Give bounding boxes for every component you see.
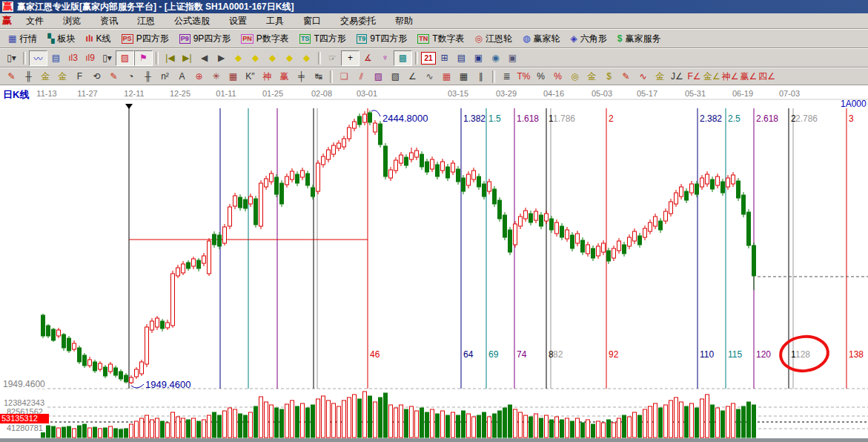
price-ladder-tool[interactable]: ≣	[498, 70, 515, 84]
winner-wheel-button[interactable]: ◍赢家轮	[517, 31, 565, 46]
dial-tool[interactable]: ◔	[122, 70, 139, 84]
gold-grid-tool[interactable]: 金	[37, 70, 54, 84]
f-grid-tool[interactable]: F	[71, 70, 88, 84]
pen-tool[interactable]: ✎	[3, 70, 20, 84]
apex-tool[interactable]: A	[173, 70, 191, 84]
menu-logo-icon: 赢	[0, 14, 16, 27]
bars9-button[interactable]: ıl9	[82, 51, 99, 65]
f-angle-tool[interactable]: F∠	[686, 70, 703, 84]
parallel-tool[interactable]: ∥	[472, 70, 489, 84]
save-button[interactable]: ▣	[470, 51, 487, 65]
bars3-button[interactable]: ıl3	[64, 51, 82, 65]
t-percent-tool[interactable]: T%	[515, 70, 532, 84]
prev-button[interactable]: ◀	[196, 51, 213, 65]
star-tool[interactable]: ✳	[208, 70, 225, 84]
menu-item-2[interactable]: 浏览	[53, 15, 90, 27]
menu-item-6[interactable]: 设置	[219, 15, 256, 27]
menu-item-5[interactable]: 公式选股	[165, 15, 219, 27]
menu-item-1[interactable]: 文件	[16, 15, 53, 27]
ying-tool[interactable]: 赢	[276, 70, 293, 84]
gann-wheel-button[interactable]: ◎江恩轮	[470, 31, 517, 46]
9t-square-button[interactable]: T99T四方形	[351, 31, 413, 46]
shen-angle-tool[interactable]: 神∠	[721, 70, 740, 84]
crosshair-tool[interactable]: +	[341, 50, 360, 66]
kline-chart[interactable]: 11-1311-2712-1112-2501-1101-2502-0803-01…	[0, 85, 868, 438]
k-note-tool[interactable]: K″	[242, 70, 259, 84]
next-button[interactable]: ▶	[213, 51, 230, 65]
compress-button[interactable]: ◆	[281, 51, 298, 65]
gold-angle-tool[interactable]: 金∠	[703, 70, 721, 84]
si-angle-tool[interactable]: 四∠	[758, 70, 776, 84]
grid2-tool[interactable]: ╫	[139, 70, 156, 84]
shen-tool[interactable]: 神	[259, 70, 276, 84]
candle-style-button[interactable]: ▯▾	[99, 51, 116, 65]
9p-square-button[interactable]: P99P四方形	[174, 31, 236, 46]
gold-circle-tool[interactable]: ◎	[566, 70, 583, 84]
fan-tool[interactable]: ⫽	[353, 70, 370, 84]
j-angle-tool[interactable]: J∠	[669, 70, 686, 84]
sectors-button[interactable]: ▚板块	[42, 31, 80, 46]
market-quotes-button[interactable]: ▦行情	[3, 31, 42, 46]
last-page-button[interactable]: ▶|	[179, 51, 196, 65]
fit-button[interactable]: ◆	[298, 51, 315, 65]
angle-tool[interactable]: ∡	[360, 51, 377, 65]
box-tool[interactable]: ❏	[336, 70, 353, 84]
pattern-toggle[interactable]: ▨	[116, 50, 134, 66]
square-of-nine-tool[interactable]: n²	[156, 70, 173, 84]
fan-box2-tool[interactable]: ▧	[387, 70, 404, 84]
target-tool[interactable]: ⊕	[191, 70, 208, 84]
menu-item-9[interactable]: 交易委托	[331, 15, 385, 27]
window-title: 赢家江恩专业版[赢家内部服务平台] - [上证指数 SH1A0001-167日K…	[17, 1, 294, 13]
notes-button[interactable]: ▤	[453, 51, 470, 65]
p-number-table-button[interactable]: PNP数字表	[236, 31, 294, 46]
grid-tool[interactable]: ╫	[20, 70, 37, 84]
menu-item-10[interactable]: 帮助	[385, 15, 423, 27]
grid-star-tool[interactable]: ▦	[225, 70, 242, 84]
gold-grid2-tool[interactable]: 金	[54, 70, 71, 84]
percent-line-tool[interactable]: %	[549, 70, 566, 84]
ruler-tool[interactable]: ╪	[293, 70, 310, 84]
kline-style-combo[interactable]: ▯▾	[3, 51, 20, 65]
draw-flag-toggle[interactable]: ⚑	[134, 50, 153, 66]
first-page-button[interactable]: |◀	[162, 51, 179, 65]
zoom-right-button[interactable]: ◆	[247, 51, 264, 65]
spiral-tool[interactable]: ⟲	[88, 70, 105, 84]
winner-service-button[interactable]: $赢家服务	[612, 31, 666, 46]
pen2-tool[interactable]: ✎	[105, 70, 122, 84]
save-web-button[interactable]: ◉	[487, 51, 504, 65]
t-number-table-button[interactable]: TNT数字表	[412, 31, 469, 46]
menu-item-4[interactable]: 江恩	[127, 15, 165, 27]
menu-item-8[interactable]: 窗口	[294, 15, 331, 27]
info-panel-button[interactable]: ▤	[47, 51, 64, 65]
grid-arrow-tool[interactable]: ▦	[455, 70, 472, 84]
gann-tool[interactable]: ♆	[377, 51, 394, 65]
fan-box-tool[interactable]: ▨	[370, 70, 387, 84]
menu-item-3[interactable]: 资讯	[90, 15, 127, 27]
calculator-button[interactable]: ⊞	[436, 51, 453, 65]
wave2-tool[interactable]: ∿	[635, 70, 652, 84]
gold-underline-tool[interactable]: 金	[652, 70, 669, 84]
ying-angle-tool[interactable]: 赢∠	[740, 70, 758, 84]
angle-lines-tool[interactable]: ∠	[404, 70, 421, 84]
percent-tool[interactable]: %	[532, 70, 549, 84]
zigzag-view-toggle[interactable]: 〰	[29, 50, 47, 66]
cycle-tool[interactable]: ▩	[394, 50, 412, 66]
zoom-left-button[interactable]: ◆	[230, 51, 247, 65]
pan-tool[interactable]: ☞	[324, 51, 341, 65]
calendar-button[interactable]: 21	[421, 52, 436, 65]
save-pc-button[interactable]: ▣	[504, 51, 521, 65]
gold-line-tool[interactable]: 金	[583, 70, 600, 84]
pen3-tool[interactable]: ✎	[617, 70, 635, 84]
red-grid-tool[interactable]: ▦	[438, 70, 455, 84]
kline-button[interactable]: ılıK线	[81, 31, 116, 46]
expand-button[interactable]: ◆	[264, 51, 281, 65]
hexagon-button[interactable]: ◈六角形	[566, 31, 612, 46]
menu-item-7[interactable]: 工具	[256, 15, 294, 27]
date-tick: 01-25	[262, 89, 283, 98]
wave-tool[interactable]: ∿	[421, 70, 438, 84]
dollar-tool[interactable]: $	[600, 70, 617, 84]
width-tool[interactable]: ↹	[310, 70, 327, 84]
volume-bars-group	[42, 392, 756, 438]
t-square-button[interactable]: TST四方形	[294, 31, 351, 46]
p-square-button[interactable]: PSP四方形	[116, 31, 174, 46]
